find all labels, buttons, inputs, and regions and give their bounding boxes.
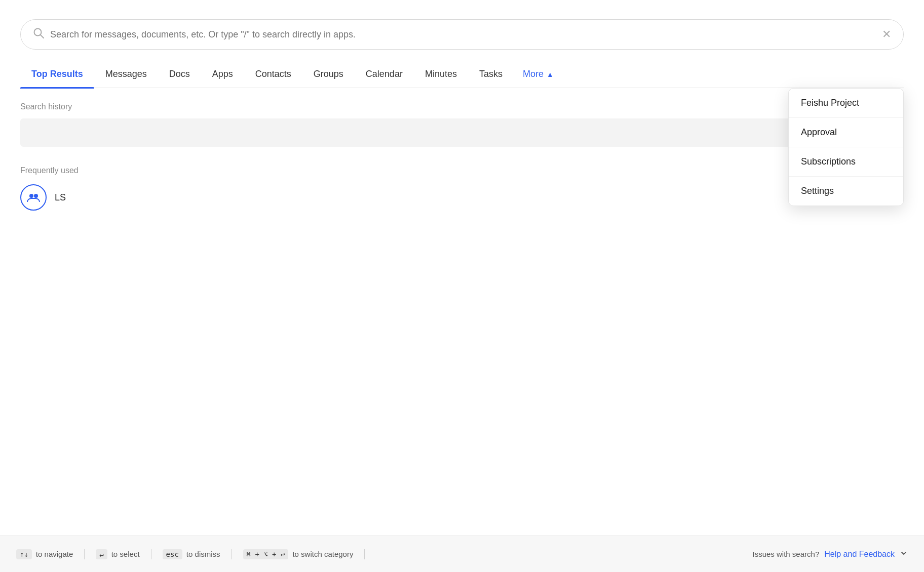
- shortcut-switch: ⌘ + ⌥ + ↩ to switch category: [232, 549, 365, 559]
- avatar: [20, 184, 47, 211]
- help-feedback-link[interactable]: Help and Feedback: [824, 550, 895, 559]
- tab-tasks[interactable]: Tasks: [468, 64, 514, 88]
- help-chevron-down-icon[interactable]: [900, 549, 908, 559]
- search-input[interactable]: [50, 29, 876, 40]
- select-keys: ↵: [96, 549, 107, 559]
- dropdown-item-settings[interactable]: Settings: [789, 177, 903, 206]
- switch-keys: ⌘ + ⌥ + ↩: [243, 549, 289, 559]
- search-history-section: Search history: [20, 102, 904, 147]
- svg-point-6: [34, 194, 38, 198]
- tabs-row-container: Top Results Messages Docs Apps Contacts …: [20, 64, 904, 88]
- navigate-description: to navigate: [36, 550, 73, 558]
- issues-prefix: Issues with search?: [753, 550, 820, 558]
- body-area: Search history Frequently used: [20, 88, 904, 211]
- tab-apps[interactable]: Apps: [201, 64, 244, 88]
- dismiss-description: to dismiss: [186, 550, 220, 558]
- shortcut-dismiss: esc to dismiss: [151, 549, 232, 559]
- tab-minutes[interactable]: Minutes: [414, 64, 468, 88]
- tab-groups[interactable]: Groups: [302, 64, 355, 88]
- select-description: to select: [111, 550, 140, 558]
- tab-docs[interactable]: Docs: [158, 64, 201, 88]
- clear-search-button[interactable]: ✕: [882, 28, 891, 41]
- search-bar: ✕: [20, 19, 904, 50]
- search-icon: [33, 27, 44, 42]
- search-history-bar: [20, 118, 904, 147]
- tabs-row: Top Results Messages Docs Apps Contacts …: [20, 64, 904, 88]
- tab-calendar[interactable]: Calendar: [355, 64, 414, 88]
- freq-item-name: LS: [55, 192, 66, 203]
- frequently-used-section: Frequently used LS: [20, 166, 904, 211]
- navigate-keys: ↑↓: [16, 549, 32, 559]
- main-content: ✕ Top Results Messages Docs Apps Contact…: [0, 0, 924, 211]
- bottom-bar: ↑↓ to navigate ↵ to select esc to dismis…: [0, 536, 924, 572]
- dismiss-keys: esc: [163, 549, 182, 559]
- dropdown-item-feishu-project[interactable]: Feishu Project: [789, 89, 903, 118]
- list-item[interactable]: LS: [20, 184, 904, 211]
- help-section: Issues with search? Help and Feedback: [753, 549, 908, 559]
- shortcut-navigate: ↑↓ to navigate: [16, 549, 85, 559]
- svg-line-1: [41, 35, 44, 38]
- tab-top-results[interactable]: Top Results: [20, 64, 94, 88]
- more-dropdown-menu: Feishu Project Approval Subscriptions Se…: [788, 88, 904, 206]
- dropdown-item-approval[interactable]: Approval: [789, 118, 903, 147]
- search-history-label: Search history: [20, 102, 904, 111]
- dropdown-item-subscriptions[interactable]: Subscriptions: [789, 147, 903, 177]
- tab-contacts[interactable]: Contacts: [244, 64, 302, 88]
- frequently-used-label: Frequently used: [20, 166, 904, 175]
- shortcut-select: ↵ to select: [85, 549, 151, 559]
- chevron-up-icon: ▲: [547, 70, 554, 78]
- svg-point-5: [29, 194, 33, 198]
- tab-messages[interactable]: Messages: [94, 64, 158, 88]
- tab-more-button[interactable]: More ▲: [514, 64, 563, 88]
- switch-description: to switch category: [292, 550, 353, 558]
- search-bar-wrapper: ✕: [20, 19, 904, 50]
